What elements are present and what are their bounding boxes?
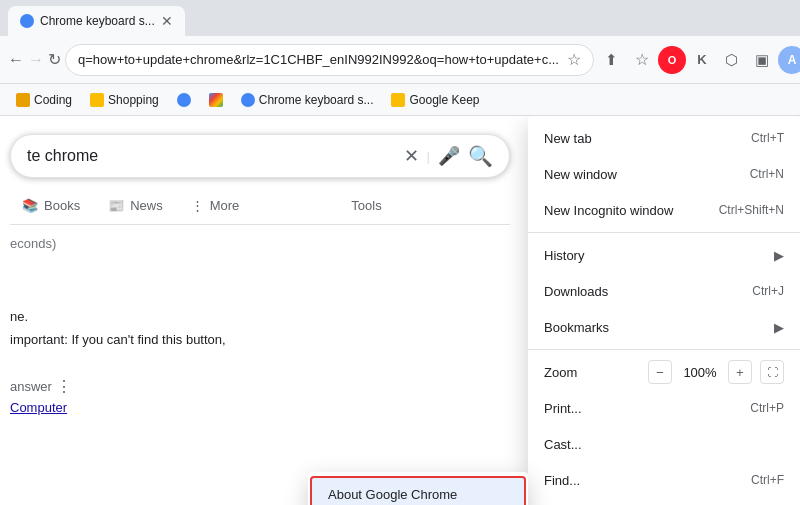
menu-item-more-tools[interactable]: More tools ▶ xyxy=(528,498,800,505)
menu-item-new-window[interactable]: New window Ctrl+N xyxy=(528,156,800,192)
bookmark-keep-label: Google Keep xyxy=(409,93,479,107)
page-content: te chrome ✕ | 🎤 🔍 📚 Books 📰 News ⋮ More xyxy=(0,116,800,505)
google-favicon xyxy=(209,93,223,107)
back-button[interactable]: ← xyxy=(8,46,24,74)
divider-1 xyxy=(528,232,800,233)
chrome-keyboard-favicon xyxy=(241,93,255,107)
menu-item-history[interactable]: History ▶ xyxy=(528,237,800,273)
toolbar-actions: ⬆ ☆ O K ⬡ ▣ A ⋮ xyxy=(598,46,800,74)
opera-icon[interactable]: O xyxy=(658,46,686,74)
shopping-favicon xyxy=(90,93,104,107)
bookmark-shopping-label: Shopping xyxy=(108,93,159,107)
bookmarks-chevron-icon: ▶ xyxy=(774,320,784,335)
bookmark-coding-label: Coding xyxy=(34,93,72,107)
browser-frame: Chrome keyboard s... ✕ ← → ↻ q=how+to+up… xyxy=(0,0,800,505)
menu-print-label: Print... xyxy=(544,401,582,416)
address-text: q=how+to+update+chrome&rlz=1C1CHBF_enIN9… xyxy=(78,52,559,67)
zoom-control: − 100% + ⛶ xyxy=(648,360,784,384)
zoom-increase-button[interactable]: + xyxy=(728,360,752,384)
menu-incognito-shortcut: Ctrl+Shift+N xyxy=(719,203,784,217)
divider-2 xyxy=(528,349,800,350)
forward-button[interactable]: → xyxy=(28,46,44,74)
reload-button[interactable]: ↻ xyxy=(48,46,61,74)
menu-new-window-label: New window xyxy=(544,167,617,182)
bookmark-chrome-keyboard[interactable]: Chrome keyboard s... xyxy=(233,88,382,112)
tab-title: Chrome keyboard s... xyxy=(40,14,155,28)
extensions-icon[interactable]: ⬡ xyxy=(718,46,746,74)
active-tab[interactable]: Chrome keyboard s... ✕ xyxy=(8,6,185,36)
k-icon[interactable]: K xyxy=(688,46,716,74)
menu-item-find[interactable]: Find... Ctrl+F xyxy=(528,462,800,498)
menu-item-cast[interactable]: Cast... xyxy=(528,426,800,462)
coding-favicon xyxy=(16,93,30,107)
chrome1-favicon xyxy=(177,93,191,107)
menu-item-new-tab[interactable]: New tab Ctrl+T xyxy=(528,120,800,156)
bookmark-coding[interactable]: Coding xyxy=(8,88,80,112)
avatar[interactable]: A xyxy=(778,46,800,74)
bookmark-google[interactable] xyxy=(201,88,231,112)
dropdown-overlay: New tab Ctrl+T New window Ctrl+N New Inc… xyxy=(0,116,800,505)
bookmark-shopping[interactable]: Shopping xyxy=(82,88,167,112)
bookmark-chrome1[interactable] xyxy=(169,88,199,112)
menu-downloads-shortcut: Ctrl+J xyxy=(752,284,784,298)
menu-find-label: Find... xyxy=(544,473,580,488)
bookmark-keep[interactable]: Google Keep xyxy=(383,88,487,112)
help-about-label: About Google Chrome xyxy=(328,487,457,502)
menu-item-incognito[interactable]: New Incognito window Ctrl+Shift+N xyxy=(528,192,800,228)
help-submenu-about[interactable]: About Google Chrome xyxy=(310,476,526,505)
menu-incognito-label: New Incognito window xyxy=(544,203,673,218)
keep-favicon xyxy=(391,93,405,107)
menu-downloads-label: Downloads xyxy=(544,284,608,299)
tab-bar: Chrome keyboard s... ✕ xyxy=(0,0,800,36)
menu-history-label: History xyxy=(544,248,584,263)
menu-item-print[interactable]: Print... Ctrl+P xyxy=(528,390,800,426)
history-chevron-icon: ▶ xyxy=(774,248,784,263)
menu-new-tab-shortcut: Ctrl+T xyxy=(751,131,784,145)
menu-zoom-label: Zoom xyxy=(544,365,577,380)
sidebar-icon[interactable]: ▣ xyxy=(748,46,776,74)
bookmark-chrome-keyboard-label: Chrome keyboard s... xyxy=(259,93,374,107)
tab-close-button[interactable]: ✕ xyxy=(161,13,173,29)
zoom-decrease-button[interactable]: − xyxy=(648,360,672,384)
toolbar: ← → ↻ q=how+to+update+chrome&rlz=1C1CHBF… xyxy=(0,36,800,84)
bookmarks-bar: Coding Shopping Chrome keyboard s... Goo… xyxy=(0,84,800,116)
menu-item-downloads[interactable]: Downloads Ctrl+J xyxy=(528,273,800,309)
menu-find-shortcut: Ctrl+F xyxy=(751,473,784,487)
share-icon[interactable]: ⬆ xyxy=(598,46,626,74)
menu-new-tab-label: New tab xyxy=(544,131,592,146)
menu-print-shortcut: Ctrl+P xyxy=(750,401,784,415)
menu-cast-label: Cast... xyxy=(544,437,582,452)
tab-favicon xyxy=(20,14,34,28)
star-icon[interactable]: ☆ xyxy=(567,50,581,69)
help-submenu: About Google Chrome What's New Help cent… xyxy=(308,472,528,505)
bookmark-star-icon[interactable]: ☆ xyxy=(628,46,656,74)
zoom-fullscreen-button[interactable]: ⛶ xyxy=(760,360,784,384)
menu-item-zoom: Zoom − 100% + ⛶ xyxy=(528,354,800,390)
menu-new-window-shortcut: Ctrl+N xyxy=(750,167,784,181)
address-bar[interactable]: q=how+to+update+chrome&rlz=1C1CHBF_enIN9… xyxy=(65,44,594,76)
menu-item-bookmarks[interactable]: Bookmarks ▶ xyxy=(528,309,800,345)
zoom-value: 100% xyxy=(680,365,720,380)
dropdown-menu: New tab Ctrl+T New window Ctrl+N New Inc… xyxy=(528,116,800,505)
menu-bookmarks-label: Bookmarks xyxy=(544,320,609,335)
